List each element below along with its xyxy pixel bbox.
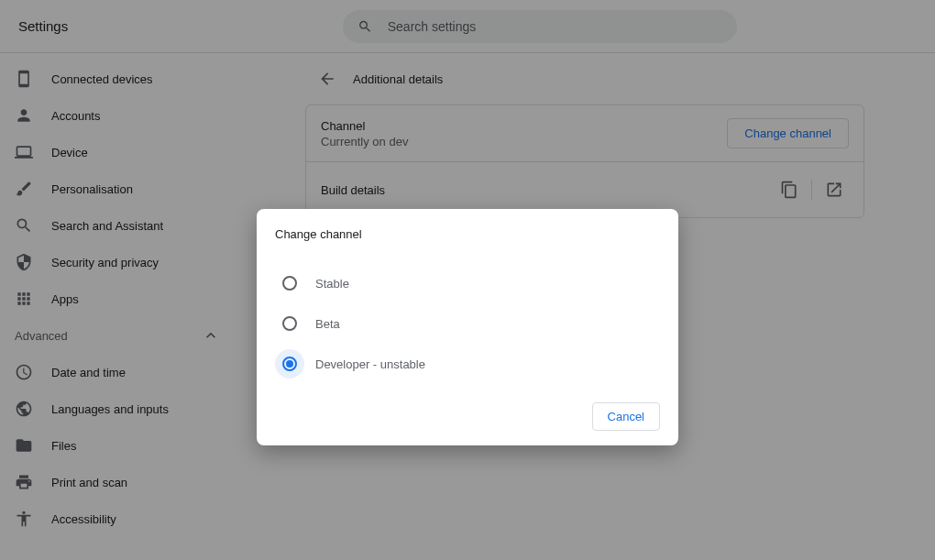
dialog-title: Change channel [275, 227, 660, 241]
radio-option-developer[interactable]: Developer - unstable [275, 344, 660, 384]
radio-option-beta[interactable]: Beta [275, 303, 660, 344]
change-channel-dialog: Change channel Stable Beta Developer - u… [257, 209, 678, 445]
radio-label: Stable [315, 277, 349, 291]
radio-option-stable[interactable]: Stable [275, 263, 660, 303]
radio-label: Developer - unstable [315, 357, 425, 371]
cancel-button[interactable]: Cancel [592, 402, 660, 431]
radio-label: Beta [315, 317, 340, 331]
